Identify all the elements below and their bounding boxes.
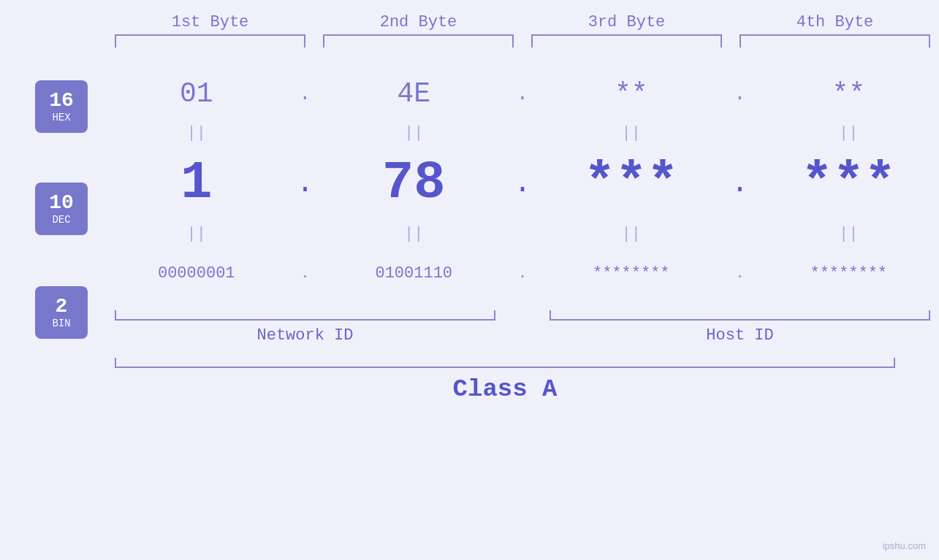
- dec-b2-val: 78: [382, 153, 445, 213]
- bin-b1-val: 00000001: [158, 264, 235, 283]
- bin-b4-val: ********: [810, 264, 887, 283]
- eq2-b1: ||: [106, 225, 287, 243]
- dec-label: DEC: [52, 214, 70, 226]
- eq2-b1-val: ||: [187, 225, 206, 243]
- byte-headers: 1st Byte 2nd Byte 3rd Byte 4th Byte: [0, 13, 939, 31]
- bin-label: BIN: [52, 318, 70, 329]
- dec-sep2: .: [504, 167, 541, 200]
- byte4-header: 4th Byte: [731, 13, 939, 31]
- eq2-b4-val: ||: [839, 225, 858, 243]
- hex-b1-val: 01: [180, 78, 213, 110]
- hex-b1: 01: [106, 78, 287, 110]
- bin-b3: ********: [541, 264, 722, 283]
- host-id-label: Host ID: [541, 326, 939, 345]
- hex-b2-val: 4E: [397, 78, 430, 110]
- class-bracket-section: Class A: [0, 355, 939, 403]
- watermark: ipshu.com: [883, 540, 926, 551]
- equals-row-2: || || || ||: [106, 220, 939, 248]
- byte3-header: 3rd Byte: [522, 13, 731, 31]
- hex-sep2: .: [504, 83, 541, 105]
- eq1-b2: ||: [324, 124, 505, 142]
- eq2-b4: ||: [759, 225, 940, 243]
- bin-b4: ********: [759, 264, 940, 283]
- dec-b4: ***: [759, 153, 940, 213]
- bracket-3: [531, 34, 722, 47]
- bin-sep3: .: [722, 265, 759, 282]
- main-container: 1st Byte 2nd Byte 3rd Byte 4th Byte 16 H…: [0, 0, 939, 560]
- dec-b1-val: 1: [180, 153, 212, 213]
- dec-sep1: .: [287, 167, 324, 200]
- bin-sep1: .: [287, 265, 324, 282]
- hex-sep1: .: [287, 83, 324, 105]
- eq1-b4-val: ||: [839, 124, 858, 142]
- host-bracket: [541, 307, 939, 321]
- eq2-b3-val: ||: [622, 225, 641, 243]
- bin-b3-val: ********: [593, 264, 670, 283]
- bin-row: 00000001 . 01001110 . ******** . *******…: [106, 248, 939, 299]
- class-bracket: [106, 355, 904, 368]
- bin-badge: 2 BIN: [35, 286, 88, 339]
- hex-b3: **: [541, 78, 722, 110]
- equals-row-1: || || || ||: [106, 119, 939, 147]
- bracket-4: [740, 34, 930, 47]
- dec-b2: 78: [324, 153, 505, 213]
- eq1-b3: ||: [541, 124, 722, 142]
- net-bracket: [106, 307, 504, 321]
- bin-sep2: .: [504, 265, 541, 282]
- dec-num: 10: [49, 192, 74, 215]
- hex-badge: 16 HEX: [35, 80, 88, 133]
- eq1-b1: ||: [106, 124, 287, 142]
- eq1-b3-val: ||: [622, 124, 641, 142]
- hex-sep3: .: [722, 83, 759, 105]
- hex-b3-val: **: [615, 78, 648, 110]
- dec-b3: ***: [541, 153, 722, 213]
- bin-b2: 01001110: [324, 264, 505, 283]
- byte2-header: 2nd Byte: [314, 13, 522, 31]
- dec-b3-val: ***: [584, 153, 679, 213]
- bin-b1: 00000001: [106, 264, 287, 283]
- hex-num: 16: [49, 90, 74, 112]
- content-grid: 01 . 4E . ** . ** || || || ||: [0, 47, 939, 304]
- eq2-b2: ||: [324, 225, 505, 243]
- bracket-2: [323, 34, 514, 47]
- network-id-label: Network ID: [106, 326, 504, 345]
- eq2-b3: ||: [541, 225, 722, 243]
- bottom-brackets-section: Network ID Host ID: [0, 307, 939, 345]
- byte1-header: 1st Byte: [106, 13, 314, 31]
- eq1-b4: ||: [759, 124, 940, 142]
- bracket-1: [115, 34, 305, 47]
- id-labels: Network ID Host ID: [106, 326, 939, 345]
- bottom-brackets: [106, 307, 939, 321]
- dec-row: 1 . 78 . *** . ***: [106, 147, 939, 220]
- eq2-b2-val: ||: [404, 225, 423, 243]
- class-label: Class A: [106, 375, 904, 403]
- eq1-b1-val: ||: [187, 124, 206, 142]
- dec-b1: 1: [106, 153, 287, 213]
- bin-num: 2: [56, 296, 68, 318]
- hex-label: HEX: [52, 112, 70, 123]
- dec-badge: 10 DEC: [35, 183, 88, 235]
- top-brackets: [0, 34, 939, 47]
- bin-b2-val: 01001110: [375, 264, 452, 283]
- eq1-b2-val: ||: [404, 124, 423, 142]
- hex-b4: **: [759, 78, 940, 110]
- hex-b2: 4E: [324, 78, 505, 110]
- hex-row: 01 . 4E . ** . **: [106, 68, 939, 119]
- dec-sep3: .: [722, 167, 759, 200]
- dec-b4-val: ***: [801, 153, 896, 213]
- base-badges: 16 HEX 10 DEC 2 BIN: [35, 80, 88, 339]
- hex-b4-val: **: [832, 78, 865, 110]
